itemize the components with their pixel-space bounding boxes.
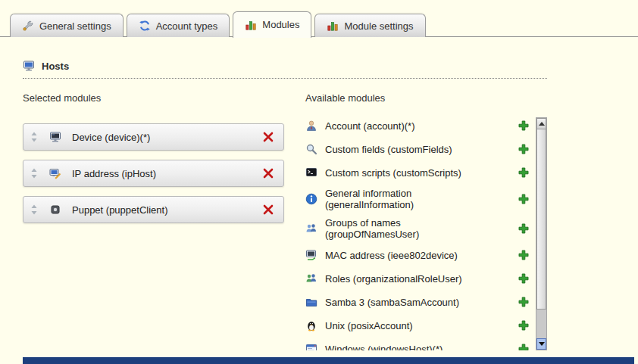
available-module-row: General information (generalInformation): [305, 188, 533, 210]
tab-bar: General settings Account types Modules M…: [0, 0, 638, 37]
custom-scripts-icon: [305, 166, 317, 179]
add-module-button[interactable]: [518, 120, 530, 132]
unix-icon: [305, 319, 317, 331]
selected-module-row: Device (device)(*): [23, 123, 284, 151]
add-module-button[interactable]: [518, 319, 530, 331]
available-module-label: Custom scripts (customScripts): [325, 167, 461, 179]
available-module-row: Samba 3 (sambaSamAccount): [305, 294, 533, 310]
remove-module-button[interactable]: [262, 131, 274, 143]
add-module-button[interactable]: [518, 222, 530, 235]
tab-label: Module settings: [344, 20, 413, 32]
add-module-button[interactable]: [518, 143, 530, 155]
available-module-label: Roles (organizationalRoleUser): [325, 273, 462, 285]
tab-label: Modules: [262, 19, 299, 30]
modules-tab-content: Hosts Selected modules Device (device)(*…: [0, 60, 638, 350]
scroll-down-icon: [539, 342, 545, 346]
selected-module-label: IP address (ipHost): [72, 168, 156, 179]
bottom-section-bar: [23, 357, 634, 364]
refresh-icon: [139, 20, 151, 32]
scroll-up-button[interactable]: [536, 118, 546, 129]
roles-icon: [305, 272, 317, 285]
add-module-button[interactable]: [518, 272, 530, 285]
lam-config-page: General settings Account types Modules M…: [0, 0, 638, 364]
samba-icon: [305, 296, 317, 308]
tab-general-settings[interactable]: General settings: [10, 14, 124, 37]
windows-icon: [305, 343, 317, 350]
module-settings-icon: [327, 20, 339, 32]
tab-modules[interactable]: Modules: [233, 11, 311, 38]
selected-module-row: IP address (ipHost): [23, 160, 284, 187]
available-module-label: General information (generalInformation): [325, 188, 486, 210]
computer-icon: [23, 60, 35, 72]
scroll-up-icon: [539, 122, 545, 126]
wrench-icon: [22, 20, 34, 32]
add-module-button[interactable]: [518, 193, 530, 205]
selected-modules-column: Selected modules Device (device)(*)IP ad…: [23, 92, 305, 350]
available-modules-column: Available modules Account (account)(*)Cu…: [305, 92, 548, 350]
selected-modules-heading: Selected modules: [23, 92, 305, 104]
device-icon: [49, 131, 61, 143]
ip-address-icon: [49, 167, 61, 179]
available-modules-list: Account (account)(*)Custom fields (custo…: [305, 117, 533, 350]
mac-address-icon: [305, 249, 317, 261]
scroll-down-button[interactable]: [536, 338, 546, 350]
add-module-button[interactable]: [518, 249, 530, 261]
scrollbar-track[interactable]: [536, 310, 546, 338]
available-module-row: Unix (posixAccount): [305, 317, 533, 334]
hosts-section-header: Hosts: [23, 60, 547, 79]
available-module-label: Account (account)(*): [325, 120, 415, 132]
groups-icon: [305, 222, 317, 235]
available-module-row: Custom fields (customFields): [305, 141, 533, 157]
drag-handle-icon[interactable]: [30, 204, 39, 216]
available-module-row: MAC address (ieee802device): [305, 247, 533, 263]
custom-fields-icon: [305, 143, 317, 155]
add-module-button[interactable]: [518, 296, 530, 308]
add-module-button[interactable]: [518, 343, 530, 350]
drag-handle-icon[interactable]: [30, 167, 39, 179]
scrollbar-thumb[interactable]: [536, 129, 546, 310]
puppet-icon: [49, 204, 61, 216]
available-module-label: Groups of names (groupOfNamesUser): [325, 217, 486, 240]
available-module-row: Account (account)(*): [305, 117, 533, 134]
tab-label: General settings: [39, 20, 111, 32]
available-module-label: Samba 3 (sambaSamAccount): [325, 297, 459, 308]
available-module-row: Groups of names (groupOfNamesUser): [305, 217, 533, 240]
selected-modules-list: Device (device)(*)IP address (ipHost)Pup…: [23, 123, 305, 223]
tab-account-types[interactable]: Account types: [127, 14, 230, 37]
tab-label: Account types: [156, 20, 218, 32]
available-module-label: Unix (posixAccount): [325, 320, 413, 331]
selected-module-label: Device (device)(*): [72, 132, 150, 143]
remove-module-button[interactable]: [262, 204, 274, 216]
section-title: Hosts: [42, 61, 69, 72]
available-module-label: Custom fields (customFields): [325, 144, 452, 155]
info-icon: [305, 193, 317, 205]
available-module-row: Windows (windowsHost)(*): [305, 341, 533, 350]
account-icon: [305, 120, 317, 132]
add-module-button[interactable]: [518, 166, 530, 179]
available-modules-scrollbar[interactable]: [536, 117, 547, 350]
selected-module-row: Puppet (puppetClient): [23, 196, 284, 223]
drag-handle-icon[interactable]: [30, 131, 39, 143]
available-module-row: Roles (organizationalRoleUser): [305, 270, 533, 287]
available-module-label: Windows (windowsHost)(*): [325, 344, 443, 351]
available-modules-heading: Available modules: [305, 92, 548, 104]
available-module-label: MAC address (ieee802device): [325, 250, 458, 261]
available-module-row: Custom scripts (customScripts): [305, 164, 533, 181]
selected-module-label: Puppet (puppetClient): [72, 204, 167, 216]
tab-module-settings[interactable]: Module settings: [314, 14, 425, 37]
modules-icon: [245, 19, 257, 31]
remove-module-button[interactable]: [262, 167, 274, 179]
